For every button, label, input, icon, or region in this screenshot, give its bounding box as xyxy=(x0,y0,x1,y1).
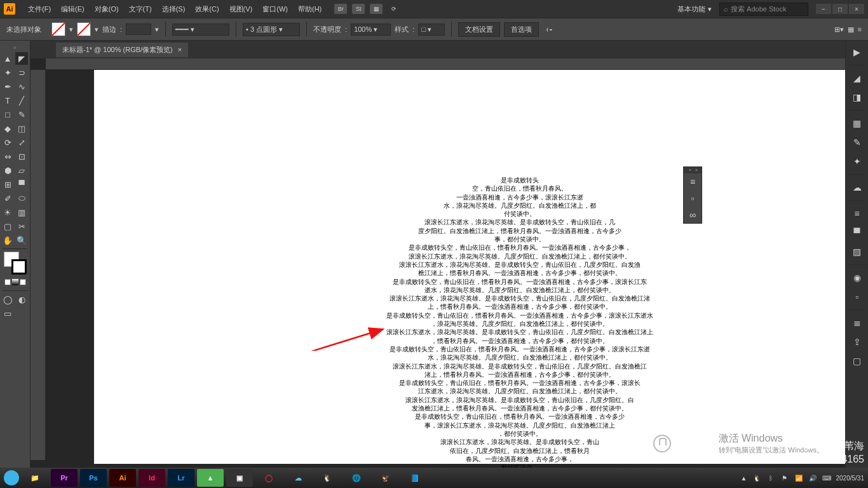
graphic-styles-panel-icon[interactable]: ▫ xyxy=(850,289,865,304)
ruler-horizontal[interactable] xyxy=(46,58,845,70)
doc-setup-button[interactable]: 文档设置 xyxy=(458,22,500,37)
stroke-swatch[interactable] xyxy=(77,22,91,36)
shaper-tool[interactable]: ◆ xyxy=(1,122,14,135)
taskbar-app-cloud[interactable]: ☁ xyxy=(285,469,311,487)
tray-date[interactable]: 2020/5/31 xyxy=(836,475,865,482)
taskbar-app-explorer[interactable]: 📁 xyxy=(22,469,48,487)
free-transform-tool[interactable]: ⊡ xyxy=(15,150,28,163)
links-panel-icon[interactable]: ∞ xyxy=(684,207,702,223)
pen-tool[interactable]: ✒ xyxy=(1,80,14,93)
artboards-panel-icon[interactable]: ▢ xyxy=(850,353,865,369)
draw-mode-normal[interactable]: ◯ xyxy=(1,293,14,306)
stroke-weight-input[interactable] xyxy=(126,24,151,35)
menu-type[interactable]: 文字(T) xyxy=(124,4,157,14)
shape-builder-tool[interactable]: ⬢ xyxy=(1,164,14,177)
symbol-sprayer-tool[interactable]: ☀ xyxy=(1,206,14,219)
gradient-panel-icon[interactable]: ▀ xyxy=(850,225,865,240)
menu-window[interactable]: 窗口(W) xyxy=(257,4,293,14)
properties-panel-icon[interactable]: ▶ xyxy=(850,44,865,60)
line-tool[interactable]: ╱ xyxy=(15,94,28,107)
artboards-panel-icon[interactable]: ▫ xyxy=(684,190,702,207)
gpu-icon[interactable]: ⟳ xyxy=(388,4,400,14)
perspective-tool[interactable]: ▱ xyxy=(15,164,28,177)
tray-volume-icon[interactable]: 🔊 xyxy=(808,473,817,482)
color-panel-icon[interactable]: ◢ xyxy=(850,71,865,86)
close-button[interactable]: × xyxy=(849,4,864,14)
layers-panel-icon[interactable]: ≣ xyxy=(850,315,865,330)
maximize-button[interactable]: □ xyxy=(832,4,848,14)
taskbar-app-chrome[interactable]: 🌐 xyxy=(343,469,370,487)
taskbar-app-eagle[interactable]: 🦅 xyxy=(372,469,399,487)
close-tab-icon[interactable]: × xyxy=(178,46,182,53)
slice-tool[interactable]: ✂ xyxy=(15,220,28,233)
selection-tool[interactable]: ▲ xyxy=(1,52,14,65)
brush-tool[interactable]: ✎ xyxy=(15,108,28,121)
symbols-panel-icon[interactable]: ✦ xyxy=(850,154,865,169)
align-icon[interactable]: ⫞▾ xyxy=(545,25,553,33)
text-content[interactable]: 是非成败转头空，青山依旧在，惯看秋月春风。一壶浊酒喜相逢，古今多少事，滚滚长江东… xyxy=(374,176,666,471)
stock-icon[interactable]: St xyxy=(352,4,365,14)
hand-tool[interactable]: ✋ xyxy=(1,234,14,247)
artboard-tool[interactable]: ▢ xyxy=(1,220,14,233)
arrange-icon[interactable]: ▦ xyxy=(370,4,383,14)
taskbar-app-lightroom[interactable]: Lr xyxy=(168,469,194,487)
tray-bluetooth-icon[interactable]: ᛒ xyxy=(766,473,775,482)
style-select[interactable]: □ ▾ xyxy=(418,24,445,36)
scale-tool[interactable]: ⤢ xyxy=(15,136,28,149)
taskbar-app-notes[interactable]: 📘 xyxy=(402,469,428,487)
width-tool[interactable]: ⇔ xyxy=(1,150,14,163)
menu-help[interactable]: 帮助(H) xyxy=(293,4,327,14)
asset-export-panel-icon[interactable]: ⇪ xyxy=(850,334,865,349)
blend-tool[interactable]: ⬭ xyxy=(15,192,28,205)
taskbar-app-video[interactable]: ▣ xyxy=(226,469,253,487)
rectangle-tool[interactable]: □ xyxy=(1,108,14,121)
lasso-tool[interactable]: ⊃ xyxy=(15,66,28,79)
taskbar-app-qq[interactable]: 🐧 xyxy=(314,469,341,487)
taskbar-app-photoshop[interactable]: Ps xyxy=(80,469,107,487)
close-icon[interactable]: × xyxy=(695,168,700,172)
profile-select[interactable]: ━━━ ▾ xyxy=(172,24,229,36)
tray-flag-icon[interactable]: ⚑ xyxy=(780,473,789,482)
chevron-down-icon[interactable]: ▾ xyxy=(155,25,159,34)
type-tool[interactable]: T xyxy=(1,94,14,107)
tray-ime-icon[interactable]: ⌨ xyxy=(822,473,831,482)
chevron-down-icon[interactable]: ▾ xyxy=(69,25,73,34)
prefs-button[interactable]: 首选项 xyxy=(504,22,539,37)
floating-panel[interactable]: «× ≡ ▫ ∞ xyxy=(683,166,702,224)
panel-icon[interactable]: ▦ xyxy=(848,25,854,34)
transform-panel-icon[interactable]: ⊞▾ xyxy=(834,25,844,34)
rotate-tool[interactable]: ⟳ xyxy=(1,136,14,149)
brush-select[interactable]: • 3 点圆形 ▾ xyxy=(243,23,300,36)
collapse-icon[interactable]: « xyxy=(689,168,694,172)
mesh-tool[interactable]: ⊞ xyxy=(1,178,14,191)
taskbar-app-opera[interactable]: ◯ xyxy=(255,469,282,487)
direct-selection-tool[interactable]: ◤ xyxy=(15,52,28,65)
tray-network-icon[interactable]: 📶 xyxy=(794,473,803,482)
appearance-panel-icon[interactable]: ◉ xyxy=(850,270,865,285)
taskbar-app-indesign[interactable]: Id xyxy=(139,469,165,487)
ruler-vertical[interactable] xyxy=(31,70,46,460)
workspace-selector[interactable]: 基本功能 ▾ xyxy=(677,4,712,14)
brushes-panel-icon[interactable]: ✎ xyxy=(850,135,865,150)
layers-panel-icon[interactable]: ≡ xyxy=(684,173,702,190)
menu-select[interactable]: 选择(S) xyxy=(157,4,191,14)
taskbar-app-browser[interactable] xyxy=(4,470,19,485)
chevron-down-icon[interactable]: ▾ xyxy=(95,25,98,34)
taskbar-app-premiere[interactable]: Pr xyxy=(51,469,78,487)
gradient-tool[interactable]: ▀ xyxy=(15,178,28,191)
color-guide-panel-icon[interactable]: ◨ xyxy=(850,90,865,105)
search-input[interactable]: ⌕搜索 Adobe Stock xyxy=(719,3,808,16)
menu-object[interactable]: 对象(O) xyxy=(90,4,124,14)
tray-expand-icon[interactable]: ▲ xyxy=(741,475,747,482)
draw-mode-behind[interactable]: ◐ xyxy=(15,293,28,306)
stroke-panel-icon[interactable]: ≡ xyxy=(850,206,865,221)
fill-stroke-control[interactable] xyxy=(4,252,27,274)
document-tab[interactable]: 未标题-1* @ 100% (RGB/像素预览)× xyxy=(56,43,188,57)
taskbar-app-green[interactable]: ▲ xyxy=(197,469,224,487)
tray-qq-icon[interactable]: 🐧 xyxy=(752,473,761,482)
opacity-input[interactable]: 100% ▾ xyxy=(351,24,391,36)
libraries-panel-icon[interactable]: ☁ xyxy=(850,180,865,195)
menu-view[interactable]: 视图(V) xyxy=(224,4,258,14)
screen-mode[interactable]: ▭ xyxy=(1,307,14,320)
fill-swatch[interactable] xyxy=(51,22,65,36)
